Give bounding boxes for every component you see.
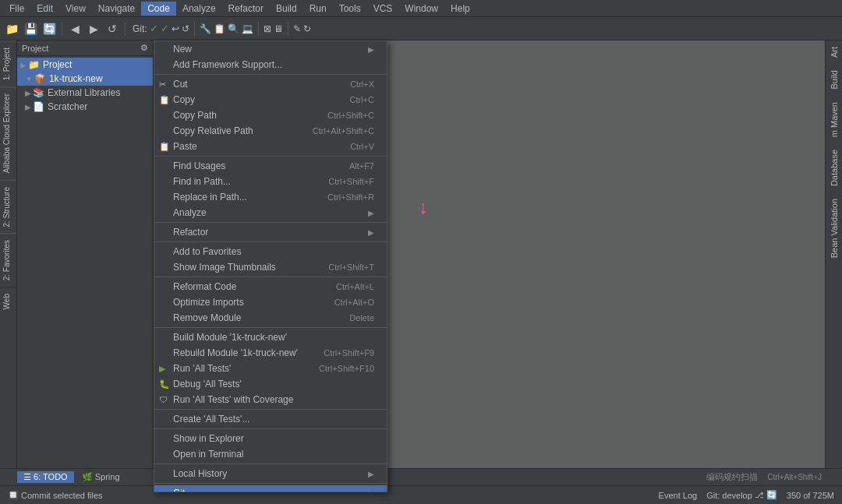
status-memory[interactable]: 350 of 725M — [782, 491, 839, 500]
menu-item-framework[interactable]: Add Framework Support... — [154, 57, 387, 72]
menu-item-analyze-label: Analyze — [173, 207, 368, 218]
optimize-shortcut: Ctrl+Alt+O — [334, 298, 374, 307]
menu-item-git[interactable]: Git ▶ Commit Directory... + Add Ctrl+Alt… — [154, 485, 387, 492]
left-tab-cloud[interactable]: Alibaba Cloud Explorer — [0, 86, 16, 179]
menu-item-copy-rel[interactable]: Copy Relative Path Ctrl+Alt+Shift+C — [154, 123, 387, 139]
bottom-tab-todo[interactable]: ☰ 6: TODO — [17, 471, 74, 483]
right-tab-art[interactable]: Art — [827, 41, 841, 64]
module-icon: 📦 — [34, 73, 46, 84]
menu-analyze[interactable]: Analyze — [176, 2, 222, 16]
menu-item-copy-path[interactable]: Copy Path Ctrl+Shift+C — [154, 107, 387, 123]
menu-item-analyze[interactable]: Analyze ▶ — [154, 205, 387, 220]
menu-item-run-tests[interactable]: ▶ Run 'All Tests' Ctrl+Shift+F10 — [154, 361, 387, 376]
menu-help[interactable]: Help — [444, 2, 476, 16]
menu-file[interactable]: File — [3, 2, 30, 16]
menu-item-find-usages[interactable]: Find Usages Alt+F7 — [154, 158, 387, 174]
save-btn[interactable]: 💾 — [22, 20, 39, 37]
left-tab-favorites[interactable]: 2: Favorites — [0, 233, 16, 287]
toolbar-sep5 — [288, 22, 288, 36]
menu-item-cut[interactable]: ✂ Cut Ctrl+X — [154, 76, 387, 92]
git-check1[interactable]: ✓ — [150, 23, 158, 34]
tree-item-scratches[interactable]: ▶ 📄 Scratcher — [17, 100, 153, 114]
menu-item-run-coverage[interactable]: 🛡 Run 'All Tests' with Coverage — [154, 392, 387, 407]
menu-item-refactor[interactable]: Refactor ▶ — [154, 224, 387, 240]
status-event-log[interactable]: Event Log — [654, 491, 702, 500]
menu-item-create-tests[interactable]: Create 'All Tests'... — [154, 411, 387, 427]
right-tab-maven[interactable]: m Maven — [827, 96, 841, 143]
right-tab-database[interactable]: Database — [827, 143, 841, 192]
git-wrench[interactable]: 🔧 — [200, 23, 211, 34]
git-edit[interactable]: ✎ — [293, 23, 301, 34]
menu-item-build-module[interactable]: Build Module '1k-truck-new' — [154, 330, 387, 345]
menu-item-open-terminal[interactable]: Open in Terminal — [154, 446, 387, 462]
menu-item-rebuild[interactable]: Rebuild Module '1k-truck-new' Ctrl+Shift… — [154, 345, 387, 361]
tree-item-truck[interactable]: ▼ 📦 1k-truck-new — [17, 72, 153, 86]
menu-item-local-history[interactable]: Local History ▶ — [154, 466, 387, 481]
project-tree: ▶ 📁 Project ▼ 📦 1k-truck-new ▶ 📚 Externa… — [17, 56, 153, 468]
menu-item-find-path[interactable]: Find in Path... Ctrl+Shift+F — [154, 174, 387, 189]
right-tab-build[interactable]: Build — [827, 64, 841, 95]
forward-btn[interactable]: ▶ — [85, 20, 102, 37]
menu-item-replace-path[interactable]: Replace in Path... Ctrl+Shift+R — [154, 189, 387, 205]
menu-item-optimize[interactable]: Optimize Imports Ctrl+Alt+O — [154, 294, 387, 310]
bottom-tab-spring[interactable]: 🌿 Spring — [74, 471, 128, 484]
git-box[interactable]: ⊠ — [264, 23, 271, 34]
left-tab-structure[interactable]: 2: Structure — [0, 180, 16, 234]
menu-item-run-coverage-label: Run 'All Tests' with Coverage — [173, 394, 374, 405]
scratches-name: Scratcher — [48, 101, 87, 112]
module-name: 1k-truck-new — [49, 73, 103, 84]
git-search[interactable]: 🔍 — [228, 23, 239, 34]
menu-vcs[interactable]: VCS — [367, 2, 399, 16]
git-arrow[interactable]: ↩ — [172, 23, 179, 34]
git-sync-icon: 🔄 — [766, 490, 777, 500]
revert-btn[interactable]: ↺ — [104, 20, 121, 37]
menu-window[interactable]: Window — [398, 2, 444, 16]
git-copy[interactable]: 📋 — [214, 23, 225, 34]
menu-code[interactable]: Code — [141, 2, 176, 16]
menu-item-local-history-label: Local History — [173, 468, 368, 479]
bottom-encoding-btn[interactable]: 编码规约扫描 — [700, 471, 764, 483]
menu-item-reformat[interactable]: Reformat Code Ctrl+Alt+L — [154, 279, 387, 294]
menu-item-debug-tests[interactable]: 🐛 Debug 'All Tests' — [154, 376, 387, 392]
menu-item-show-thumb[interactable]: Show Image Thumbnails Ctrl+Shift+T — [154, 259, 387, 275]
git-undo[interactable]: ↺ — [182, 23, 189, 34]
editor-area[interactable]: Search Everywhere Double Shift Go to Fil… — [154, 41, 825, 468]
git-refresh2[interactable]: ↻ — [303, 23, 311, 34]
sep5 — [154, 277, 387, 277]
git-check2[interactable]: ✓ — [161, 23, 169, 34]
git-display[interactable]: 🖥 — [274, 23, 283, 34]
back-btn[interactable]: ◀ — [66, 20, 83, 37]
sep8 — [154, 428, 387, 429]
menu-build[interactable]: Build — [270, 2, 303, 16]
tree-item-project[interactable]: ▶ 📁 Project — [17, 58, 153, 72]
menu-item-show-explorer[interactable]: Show in Explorer — [154, 431, 387, 446]
menu-tools[interactable]: Tools — [333, 2, 367, 16]
tree-item-ext-libs[interactable]: ▶ 📚 External Libraries — [17, 86, 153, 100]
menu-refactor[interactable]: Refactor — [222, 2, 270, 16]
left-tab-web[interactable]: Web — [0, 287, 16, 315]
menu-edit[interactable]: Edit — [30, 2, 59, 16]
right-tab-bean[interactable]: Bean Validation — [827, 192, 841, 264]
sep1 — [154, 74, 387, 75]
toolbar-sep2 — [125, 22, 126, 36]
menu-navigate[interactable]: Navigate — [92, 2, 141, 16]
menu-item-paste[interactable]: 📋 Paste Ctrl+V — [154, 139, 387, 154]
toolbar-sep1 — [62, 22, 62, 36]
toolbar-sep4 — [258, 22, 259, 36]
menu-item-new[interactable]: New ▶ — [154, 41, 387, 57]
open-folder-btn[interactable]: 📁 — [3, 20, 20, 37]
menu-item-remove-module[interactable]: Remove Module Delete — [154, 310, 387, 326]
status-git-branch[interactable]: Git: develop ⎇ 🔄 — [702, 490, 782, 500]
menu-item-remove-module-label: Remove Module — [173, 312, 331, 323]
git-monitor[interactable]: 💻 — [242, 23, 253, 34]
panel-gear-icon[interactable]: ⚙ — [140, 43, 148, 53]
menu-run[interactable]: Run — [303, 2, 333, 16]
left-tab-project[interactable]: 1: Project — [0, 41, 16, 86]
status-right: Event Log Git: develop ⎇ 🔄 350 of 725M — [654, 490, 839, 500]
menu-item-add-fav[interactable]: Add to Favorites — [154, 244, 387, 259]
menu-view[interactable]: View — [59, 2, 92, 16]
menu-item-copy[interactable]: 📋 Copy Ctrl+C — [154, 92, 387, 107]
menu-item-rebuild-label: Rebuild Module '1k-truck-new' — [173, 347, 305, 358]
refresh-btn[interactable]: 🔄 — [41, 20, 58, 37]
menu-item-new-arrow: ▶ — [368, 45, 374, 54]
